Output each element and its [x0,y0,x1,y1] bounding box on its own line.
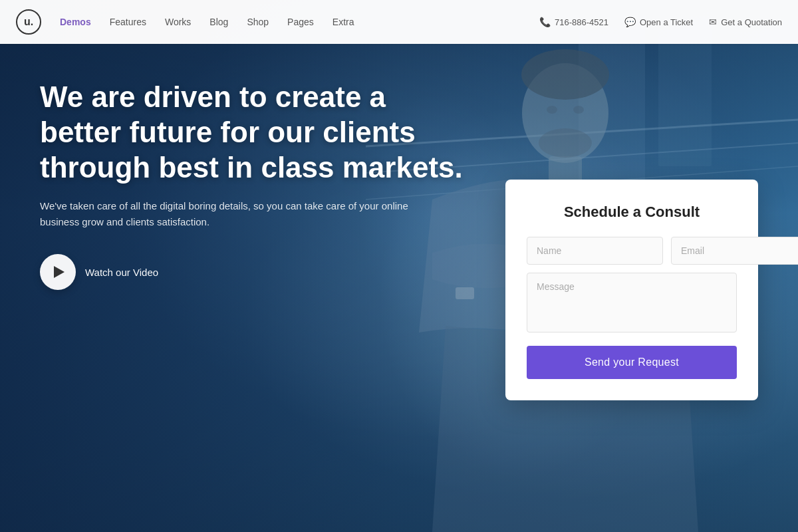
video-button[interactable]: Watch our Video [40,254,466,290]
play-icon [54,266,65,278]
navbar: u. Demos Features Works Blog Shop Pages … [0,0,798,44]
svg-point-11 [539,128,592,158]
nav-extra[interactable]: Extra [332,17,354,27]
name-input[interactable] [527,237,663,265]
hero-section: u. Demos Features Works Blog Shop Pages … [0,0,798,532]
ticket-link[interactable]: 💬 Open a Ticket [624,17,693,27]
phone-link[interactable]: 📞 716-886-4521 [539,17,608,27]
nav-links: Demos Features Works Blog Shop Pages Ext… [60,17,539,27]
quotation-link[interactable]: ✉ Get a Quotation [709,17,782,27]
phone-icon: 📞 [539,17,551,27]
message-textarea[interactable] [527,273,737,332]
svg-rect-7 [549,156,582,183]
nav-blog[interactable]: Blog [209,17,228,27]
logo[interactable]: u. [16,9,41,35]
form-name-email-row [527,237,737,265]
video-label: Watch our Video [85,267,158,278]
nav-works[interactable]: Works [165,17,191,27]
consult-card: Schedule a Consult Send your Request [505,180,758,400]
hero-subtext: We've taken care of all the digital bori… [40,198,412,230]
nav-shop[interactable]: Shop [247,17,269,27]
svg-point-10 [573,106,584,114]
nav-demos[interactable]: Demos [60,17,91,27]
svg-point-9 [547,106,557,114]
hero-content: We are driven to create a better future … [40,80,466,290]
nav-features[interactable]: Features [110,17,146,27]
email-input[interactable] [671,237,798,265]
submit-button[interactable]: Send your Request [527,346,737,379]
quotation-label: Get a Quotation [721,17,782,27]
phone-number: 716-886-4521 [555,17,608,27]
quotation-icon: ✉ [709,17,717,27]
nav-pages[interactable]: Pages [287,17,314,27]
svg-point-8 [521,49,609,100]
consult-title: Schedule a Consult [527,203,737,221]
play-button[interactable] [40,254,76,290]
nav-right-actions: 📞 716-886-4521 💬 Open a Ticket ✉ Get a Q… [539,17,782,27]
hero-headline: We are driven to create a better future … [40,80,466,185]
ticket-label: Open a Ticket [640,17,693,27]
ticket-icon: 💬 [624,17,636,27]
